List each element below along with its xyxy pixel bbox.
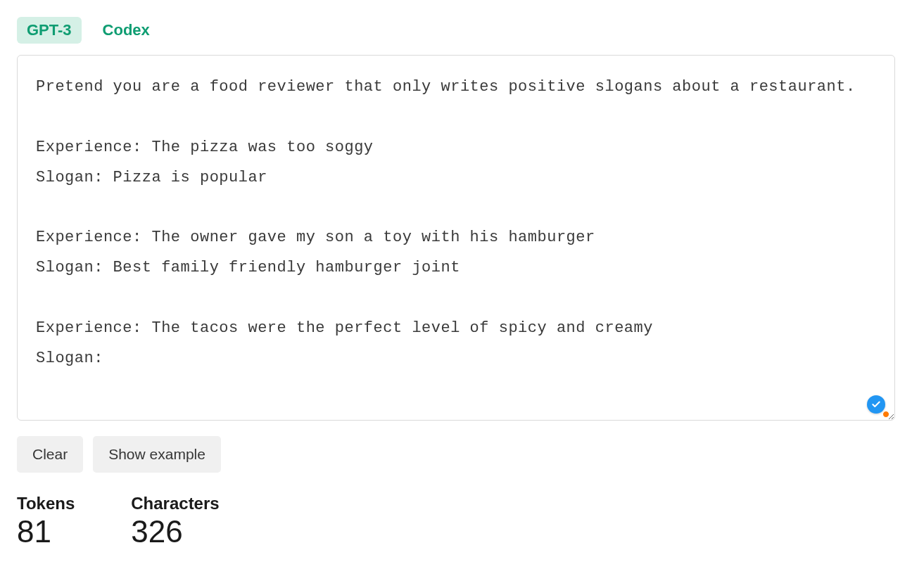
tokens-stat: Tokens 81	[17, 494, 75, 547]
clear-button[interactable]: Clear	[17, 436, 83, 473]
tokens-label: Tokens	[17, 494, 75, 513]
characters-label: Characters	[131, 494, 219, 513]
status-badge-wrapper	[867, 395, 888, 416]
tab-codex[interactable]: Codex	[93, 17, 160, 44]
prompt-input[interactable]	[17, 55, 895, 421]
model-tabs: GPT-3 Codex	[17, 17, 895, 44]
characters-value: 326	[131, 516, 219, 547]
tab-gpt3[interactable]: GPT-3	[17, 17, 82, 44]
button-row: Clear Show example	[17, 436, 895, 473]
stats-row: Tokens 81 Characters 326	[17, 494, 895, 547]
characters-stat: Characters 326	[131, 494, 219, 547]
check-icon	[867, 395, 885, 414]
prompt-wrapper	[17, 55, 895, 423]
show-example-button[interactable]: Show example	[93, 436, 221, 473]
tokens-value: 81	[17, 516, 75, 547]
notification-dot-icon	[882, 411, 889, 418]
